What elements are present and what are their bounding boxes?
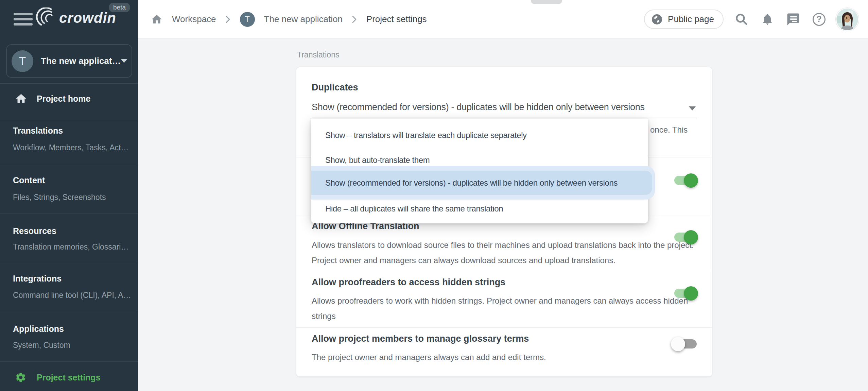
project-avatar: T xyxy=(12,50,33,72)
help-icon[interactable]: ? xyxy=(811,12,827,27)
crowdin-logo[interactable]: crowdin xyxy=(35,7,116,29)
topbar: Workspace T The new application Project … xyxy=(138,0,868,38)
crowdin-swirl-icon xyxy=(35,7,57,29)
obscured-row-toggle[interactable] xyxy=(674,176,697,185)
project-name: The new applicat… xyxy=(41,56,121,66)
caret-down-icon xyxy=(121,59,127,63)
toggle-knob xyxy=(684,173,698,188)
breadcrumb: Workspace T The new application Project … xyxy=(151,0,427,38)
public-page-label: Public page xyxy=(668,14,714,24)
search-icon[interactable] xyxy=(734,12,749,27)
offline-translation-toggle[interactable] xyxy=(674,233,697,242)
sidebar-section-translations-sub[interactable]: Workflow, Members, Tasks, Act… xyxy=(13,143,128,152)
menu-hamburger-icon[interactable] xyxy=(14,13,33,26)
dropdown-option-show-autotranslate[interactable]: Show, but auto-translate them xyxy=(325,154,430,166)
project-selector[interactable]: T The new applicat… xyxy=(6,44,132,78)
sidebar-section-content-sub[interactable]: Files, Strings, Screenshots xyxy=(13,193,106,202)
page-section-label: Translations xyxy=(297,50,339,60)
toggle-knob xyxy=(684,230,698,244)
sidebar-section-applications-sub[interactable]: System, Custom xyxy=(13,341,70,350)
crowdin-project-settings-page: Workspace T The new application Project … xyxy=(0,0,868,391)
sidebar-section-resources[interactable]: Resources xyxy=(13,226,56,236)
sidebar-item-label: Project home xyxy=(37,94,90,104)
duplicates-title: Duplicates xyxy=(312,82,358,93)
sidebar-section-applications[interactable]: Applications xyxy=(13,324,64,334)
home-icon[interactable] xyxy=(151,13,163,26)
duplicates-select[interactable]: Show (recommended for versions) - duplic… xyxy=(312,102,685,113)
duplicates-description-fragment: once. This xyxy=(650,125,688,135)
globe-icon xyxy=(651,13,663,26)
partial-popup xyxy=(531,0,562,4)
gear-icon xyxy=(15,372,27,383)
glossary-terms-description: The project owner and managers always ca… xyxy=(312,350,699,365)
select-underline xyxy=(312,118,697,118)
user-avatar[interactable] xyxy=(836,8,858,30)
toggle-knob xyxy=(684,286,698,301)
dropdown-option-show-separately[interactable]: Show – translators will translate each d… xyxy=(325,129,527,141)
crowdin-logo-text: crowdin xyxy=(59,10,116,26)
proofreaders-access-description: Allows proofreaders to work with hidden … xyxy=(312,293,699,324)
glossary-terms-toggle[interactable] xyxy=(674,339,697,348)
proofreaders-access-toggle[interactable] xyxy=(674,289,697,298)
breadcrumb-project-badge[interactable]: T xyxy=(240,12,255,27)
sidebar-section-content[interactable]: Content xyxy=(13,175,45,185)
chevron-right-icon xyxy=(352,15,357,24)
sidebar-section-resources-sub[interactable]: Translation memories, Glossari… xyxy=(13,242,128,252)
help-glyph: ? xyxy=(813,13,826,26)
public-page-button[interactable]: Public page xyxy=(644,10,724,29)
duplicates-dropdown-menu: Show – translators will translate each d… xyxy=(311,119,648,223)
offline-translation-description: Allows translators to download source fi… xyxy=(312,237,699,268)
notifications-bell-icon[interactable] xyxy=(760,12,775,27)
breadcrumb-current-page: Project settings xyxy=(366,14,427,24)
glossary-terms-title: Allow project members to manage glossary… xyxy=(312,334,529,344)
topbar-actions: Public page ? xyxy=(644,0,858,38)
proofreaders-access-title: Allow proofreaders to access hidden stri… xyxy=(312,277,505,288)
sidebar: crowdin beta T The new applicat… Project… xyxy=(0,0,138,391)
sidebar-section-integrations-sub[interactable]: Command line tool (CLI), API, A… xyxy=(13,291,131,300)
sidebar-section-translations[interactable]: Translations xyxy=(13,126,63,136)
home-icon xyxy=(15,92,27,105)
toggle-knob xyxy=(671,337,685,351)
chevron-right-icon xyxy=(225,15,231,24)
dropdown-option-show-recommended[interactable]: Show (recommended for versions) - duplic… xyxy=(325,177,618,189)
sidebar-item-label: Project settings xyxy=(37,373,101,382)
dropdown-option-hide[interactable]: Hide – all duplicates will share the sam… xyxy=(325,203,503,215)
sidebar-item-project-home[interactable]: Project home xyxy=(0,89,138,108)
breadcrumb-workspace[interactable]: Workspace xyxy=(172,14,216,24)
sidebar-item-project-settings[interactable]: Project settings xyxy=(0,368,138,387)
beta-badge: beta xyxy=(109,3,130,12)
select-caret-icon xyxy=(689,106,696,111)
sidebar-section-integrations[interactable]: Integrations xyxy=(13,274,62,284)
breadcrumb-project[interactable]: The new application xyxy=(264,14,343,24)
messages-icon[interactable] xyxy=(785,12,801,27)
